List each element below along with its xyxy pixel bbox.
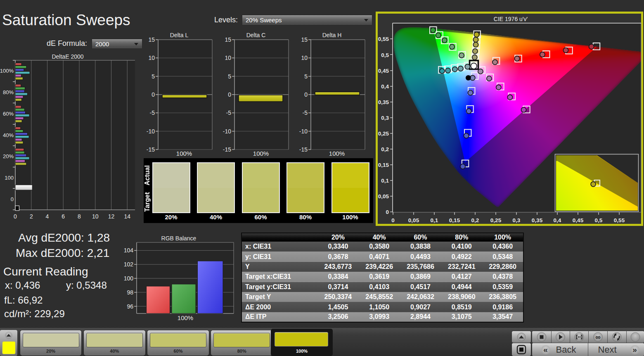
svg-text:100%: 100% [0,68,14,74]
svg-text:-5: -5 [150,109,155,116]
svg-text:100: 100 [5,175,14,181]
svg-text:0,55: 0,55 [378,36,389,42]
svg-text:2: 2 [30,213,33,220]
svg-text:5: 5 [304,73,308,80]
svg-text:0: 0 [152,91,155,98]
svg-text:0,4: 0,4 [381,83,389,90]
svg-text:10: 10 [301,55,308,61]
svg-text:100%: 100% [329,150,345,157]
svg-text:6: 6 [62,213,65,220]
svg-text:0,2: 0,2 [471,217,479,223]
svg-text:-5: -5 [303,109,308,116]
svg-text:CIE 1976 u'v': CIE 1976 u'v' [494,16,528,22]
svg-text:0: 0 [11,196,14,202]
svg-text:0,1: 0,1 [381,178,389,184]
svg-text:96: 96 [127,303,133,310]
svg-text:8: 8 [78,213,81,220]
svg-text:10: 10 [225,55,231,61]
svg-text:0,55: 0,55 [614,217,625,223]
svg-text:5: 5 [152,73,155,80]
svg-text:0,1: 0,1 [431,217,438,223]
svg-text:0,35: 0,35 [378,99,389,105]
svg-text:0: 0 [14,213,17,220]
svg-text:-10: -10 [223,128,231,135]
svg-text:0,2: 0,2 [381,146,389,152]
svg-text:-5: -5 [226,109,232,116]
svg-text:-10: -10 [147,128,155,135]
svg-text:0,45: 0,45 [378,68,389,74]
svg-text:0,05: 0,05 [378,193,389,199]
svg-text:104: 104 [124,247,134,254]
svg-text:0,3: 0,3 [381,115,389,121]
svg-text:Delta H: Delta H [322,32,342,38]
svg-text:0,15: 0,15 [449,217,460,223]
svg-text:RGB Balance: RGB Balance [161,235,197,242]
svg-text:10: 10 [92,213,99,220]
svg-text:-15: -15 [223,146,231,153]
svg-text:0,15: 0,15 [378,162,389,168]
svg-text:80%: 80% [3,89,14,95]
svg-text:∞: ∞ [595,333,600,341]
svg-text:60%: 60% [3,111,14,117]
svg-text:-15: -15 [299,146,308,153]
svg-text:0: 0 [386,209,389,215]
svg-text:Delta C: Delta C [246,32,266,38]
svg-text:DeltaE 2000: DeltaE 2000 [52,53,83,60]
svg-text:15: 15 [225,36,231,43]
svg-text:0,25: 0,25 [378,131,389,137]
svg-text:10: 10 [148,55,155,61]
svg-text:0,35: 0,35 [532,217,543,223]
svg-text:0,5: 0,5 [381,52,389,58]
svg-text:40%: 40% [3,132,14,138]
svg-text:-15: -15 [147,146,155,153]
svg-text:0,5: 0,5 [595,217,603,223]
svg-text:100%: 100% [176,150,192,157]
svg-text:0,05: 0,05 [408,217,419,223]
svg-text:0,4: 0,4 [554,217,561,223]
svg-text:100%: 100% [253,150,269,157]
svg-text:102: 102 [124,261,134,268]
svg-text:0: 0 [304,91,308,98]
svg-text:100%: 100% [178,314,193,321]
svg-text:15: 15 [148,36,155,43]
svg-text:0,45: 0,45 [573,217,584,223]
svg-text:98: 98 [127,289,133,296]
svg-text:15: 15 [301,36,308,43]
svg-text:0: 0 [391,217,395,223]
svg-text:14: 14 [124,213,130,220]
svg-text:Delta L: Delta L [170,32,189,38]
svg-text:0: 0 [228,91,231,98]
svg-text:100: 100 [124,275,134,282]
svg-text:-10: -10 [299,128,308,135]
svg-text:0,3: 0,3 [513,217,521,223]
svg-text:0,25: 0,25 [490,217,502,223]
svg-text:20%: 20% [3,153,14,159]
svg-text:12: 12 [108,213,115,220]
svg-text:5: 5 [228,73,231,80]
svg-text:4: 4 [46,213,49,220]
